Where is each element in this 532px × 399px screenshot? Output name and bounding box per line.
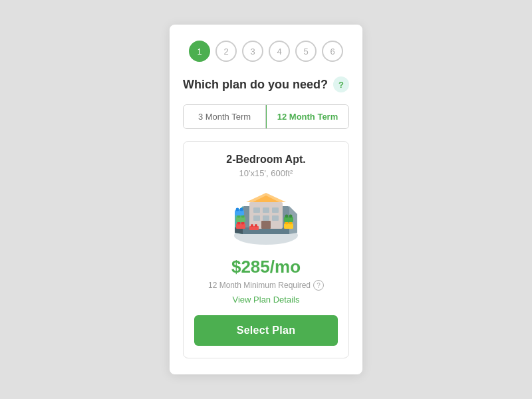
svg-point-32 xyxy=(236,208,239,211)
plan-price: $285/mo xyxy=(194,257,338,277)
svg-point-30 xyxy=(255,224,257,227)
svg-point-29 xyxy=(251,224,253,227)
question-title: Which plan do you need? xyxy=(183,78,328,92)
plan-card: 2-Bedroom Apt. 10'x15', 600ft² xyxy=(183,141,349,358)
step-5[interactable]: 5 xyxy=(295,41,317,62)
plan-minimum: 12 Month Minimum Required ? xyxy=(194,280,338,291)
svg-rect-9 xyxy=(236,217,245,222)
step-6[interactable]: 6 xyxy=(322,41,343,62)
step-2[interactable]: 2 xyxy=(215,41,237,62)
select-plan-button[interactable]: Select Plan xyxy=(194,315,338,346)
svg-rect-20 xyxy=(263,207,269,213)
svg-point-33 xyxy=(240,208,243,211)
question-help-icon[interactable]: ? xyxy=(333,76,349,92)
svg-rect-12 xyxy=(284,223,293,229)
svg-rect-15 xyxy=(284,217,293,222)
plan-illustration xyxy=(229,188,303,247)
svg-rect-28 xyxy=(249,226,259,230)
svg-rect-31 xyxy=(235,210,244,215)
svg-rect-27 xyxy=(261,221,271,229)
svg-point-16 xyxy=(285,215,289,218)
svg-rect-6 xyxy=(236,223,245,229)
svg-rect-24 xyxy=(272,215,279,221)
svg-rect-19 xyxy=(253,207,260,213)
term-12month-button[interactable]: 12 Month Term xyxy=(266,105,348,128)
plan-name: 2-Bedroom Apt. xyxy=(194,154,338,166)
step-4[interactable]: 4 xyxy=(269,41,290,62)
svg-point-17 xyxy=(289,215,293,218)
main-card: 1 2 3 4 5 6 Which plan do you need? ? 3 … xyxy=(170,25,362,374)
question-row: Which plan do you need? ? xyxy=(183,76,349,92)
svg-rect-23 xyxy=(263,215,269,221)
step-3[interactable]: 3 xyxy=(242,41,263,62)
svg-rect-22 xyxy=(253,215,260,221)
minimum-help-icon[interactable]: ? xyxy=(313,280,324,291)
step-1[interactable]: 1 xyxy=(189,41,210,62)
svg-rect-21 xyxy=(272,207,279,213)
stepper: 1 2 3 4 5 6 xyxy=(183,41,349,62)
term-toggle: 3 Month Term 12 Month Term xyxy=(183,104,349,129)
view-plan-details-link[interactable]: View Plan Details xyxy=(194,295,338,305)
plan-size: 10'x15', 600ft² xyxy=(194,168,338,178)
term-3month-button[interactable]: 3 Month Term xyxy=(184,105,266,128)
